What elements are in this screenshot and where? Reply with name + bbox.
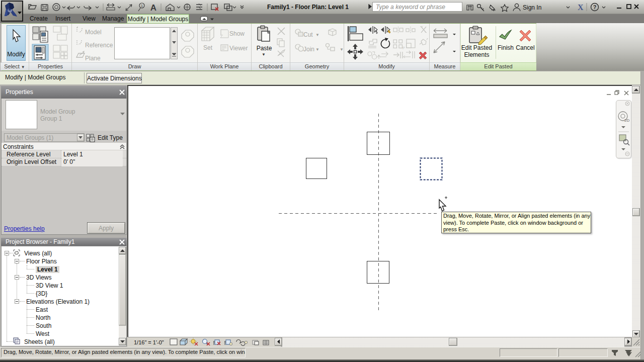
- svg-text:1: 1: [141, 4, 143, 8]
- svg-text:A: A: [150, 3, 156, 13]
- svg-text:2D: 2D: [624, 118, 629, 123]
- svg-text:P: P: [403, 46, 405, 50]
- svg-text:?: ?: [593, 4, 597, 10]
- svg-text:X: X: [578, 3, 584, 12]
